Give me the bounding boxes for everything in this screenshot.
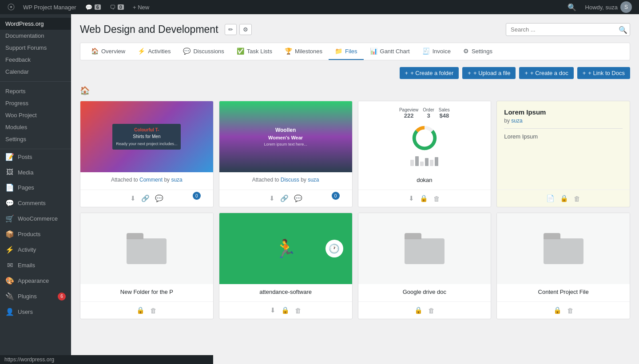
user-link-tshirt[interactable]: suza	[171, 177, 182, 183]
tab-milestones[interactable]: 🏆 Milestones	[278, 43, 329, 60]
tab-settings[interactable]: ⚙ Settings	[457, 43, 499, 60]
sidebar-item-posts[interactable]: 📝 Posts	[0, 149, 71, 165]
sidebar-item-progress[interactable]: Progress	[0, 97, 71, 109]
search-icon-button[interactable]: 🔍	[619, 25, 627, 34]
folder-graphic-content	[544, 233, 583, 264]
create-folder-icon: +	[405, 70, 409, 76]
sidebar-comments-label: Comments	[18, 200, 46, 206]
file-actions-content-project: 🔒 🗑	[497, 301, 630, 319]
lock-icon-lorem[interactable]: 🔒	[560, 194, 568, 202]
lock-icon-dokan[interactable]: 🔒	[420, 194, 428, 202]
download-icon-tshirt[interactable]: ⬇	[130, 194, 136, 202]
doc-by-lorem: by suza	[504, 118, 623, 124]
sidebar-item-settings[interactable]: Settings	[0, 133, 71, 145]
delete-icon-attendance[interactable]: 🗑	[295, 307, 302, 314]
sidebar-item-calendar[interactable]: Calendar	[0, 66, 71, 78]
media-icon: 🖼	[5, 168, 14, 176]
comment-link-tshirt[interactable]: Comment	[139, 177, 163, 183]
adminbar-site[interactable]: WP Project Manager	[19, 0, 81, 14]
project-settings-button[interactable]: ⚙	[239, 24, 252, 35]
user-link-women[interactable]: suza	[308, 177, 319, 183]
file-preview-dokan: Pageview 222 Order 3 Sales $48	[358, 101, 491, 172]
lock-icon-new-folder[interactable]: 🔒	[136, 306, 145, 314]
upload-file-icon: +	[468, 70, 471, 76]
task-lists-icon: ✅	[237, 47, 244, 55]
file-card-content-project: Content Project File 🔒 🗑	[496, 213, 630, 319]
download-icon-dokan[interactable]: ⬇	[409, 194, 414, 202]
tab-files[interactable]: 📁 Files	[329, 43, 363, 60]
tab-task-lists[interactable]: ✅ Task Lists	[230, 43, 278, 60]
sidebar-item-activity[interactable]: ⚡ Activity	[0, 242, 71, 257]
search-input[interactable]	[506, 23, 630, 36]
sidebar-products-label: Products	[18, 231, 40, 237]
delete-icon-google-drive[interactable]: 🗑	[428, 307, 435, 314]
thumb-tshirt: Colourful T- Shirts for Men Ready your n…	[80, 101, 213, 172]
adminbar-search-icon[interactable]: 🔍	[562, 3, 582, 12]
file-meta-tshirt: Attached to Comment by suza	[87, 177, 207, 183]
edit-project-button[interactable]: ✏	[225, 24, 237, 35]
invoice-icon: 🧾	[422, 47, 430, 55]
sidebar-item-emails[interactable]: ✉ Emails	[0, 257, 71, 273]
sidebar-item-modules[interactable]: Modules	[0, 121, 71, 133]
tab-invoice[interactable]: 🧾 Invoice	[416, 43, 457, 60]
doc-content-lorem: Lorem Ipsum by suza Lorem Ipsum	[497, 101, 630, 190]
link-icon-women[interactable]: 🔗	[280, 194, 289, 202]
file-card-body-content-project: Content Project File	[497, 284, 630, 301]
tab-activities[interactable]: ⚡ Activities	[131, 43, 177, 60]
sidebar-item-users[interactable]: 👤 Users	[0, 304, 71, 320]
sidebar-item-products[interactable]: 📦 Products	[0, 226, 71, 242]
create-doc-button[interactable]: + + Create a doc	[519, 67, 573, 79]
adminbar-messages[interactable]: 🗨 0	[105, 0, 128, 14]
file-name-new-folder: New Folder for the P	[87, 289, 207, 295]
tab-discussions[interactable]: 💬 Discussions	[177, 43, 230, 60]
sidebar-item-reports[interactable]: Reports	[0, 85, 71, 97]
nav-tabs: 🏠 Overview ⚡ Activities 💬 Discussions ✅ …	[80, 43, 630, 60]
create-folder-button[interactable]: + + Create a folder	[400, 67, 459, 79]
wp-logo[interactable]: ☉	[4, 2, 19, 12]
lock-icon-attendance[interactable]: 🔒	[281, 306, 290, 314]
attendance-illus: 🏃 🕐	[219, 213, 352, 284]
lock-icon-google-drive[interactable]: 🔒	[414, 306, 423, 314]
messages-count: 0	[118, 4, 124, 10]
adminbar-howdy[interactable]: Howdy, suza S	[582, 0, 635, 14]
download-icon-attendance[interactable]: ⬇	[270, 306, 276, 314]
sidebar-item-feedback[interactable]: Feedback	[0, 54, 71, 66]
discuss-link-women[interactable]: Discuss	[281, 177, 299, 183]
sidebar-item-wordpress-org[interactable]: WordPress.org	[0, 18, 71, 30]
sidebar-item-woocommerce[interactable]: 🛒 WooCommerce	[0, 211, 71, 226]
delete-icon-content-project[interactable]: 🗑	[567, 307, 574, 314]
adminbar-comments[interactable]: 💬 6	[81, 0, 105, 14]
sidebar-project-links: Reports Progress Woo Project Modules Set…	[0, 82, 71, 149]
sidebar-item-plugins[interactable]: 🔌 Plugins 6	[0, 289, 71, 304]
sidebar-item-support-forums[interactable]: Support Forums	[0, 42, 71, 54]
download-icon-women[interactable]: ⬇	[269, 194, 275, 202]
search-wrap: 🔍	[506, 23, 630, 36]
file-name-attendance: attendance-software	[226, 289, 346, 295]
link-to-docs-button[interactable]: + + Link to Docs	[577, 67, 630, 79]
breadcrumb-home-icon[interactable]: 🏠	[80, 86, 90, 95]
comment-icon-tshirt[interactable]: 💬	[155, 194, 163, 202]
tab-gantt-chart[interactable]: 📊 Gantt Chart	[364, 43, 416, 60]
delete-icon-new-folder[interactable]: 🗑	[150, 307, 157, 314]
sidebar-item-woo-project[interactable]: Woo Project	[0, 109, 71, 121]
delete-icon-dokan[interactable]: 🗑	[433, 195, 440, 202]
create-folder-label: + Create a folder	[410, 70, 453, 76]
sidebar-item-media[interactable]: 🖼 Media	[0, 165, 71, 180]
adminbar-new[interactable]: + New	[128, 0, 154, 14]
delete-icon-lorem[interactable]: 🗑	[574, 195, 580, 202]
sidebar-item-comments[interactable]: 💬 Comments	[0, 195, 71, 211]
sidebar-item-documentation[interactable]: Documentation	[0, 30, 71, 42]
doc-author-lorem: suza	[511, 118, 522, 124]
lock-icon-content-project[interactable]: 🔒	[553, 306, 562, 314]
doc-icon-lorem[interactable]: 📄	[546, 194, 555, 202]
sidebar-item-appearance[interactable]: 🎨 Appearance	[0, 273, 71, 289]
comment-icon-women[interactable]: 💬	[294, 194, 302, 202]
statusbar: https://wordpress.org	[0, 355, 213, 364]
clock-badge: 🕐	[325, 240, 343, 257]
tab-overview[interactable]: 🏠 Overview	[85, 43, 131, 60]
file-preview-attendance: 🏃 🕐	[219, 213, 352, 284]
adminbar-right: 🔍 Howdy, suza S	[562, 0, 635, 14]
sidebar-item-pages[interactable]: 📄 Pages	[0, 180, 71, 195]
link-icon-tshirt[interactable]: 🔗	[141, 194, 150, 202]
upload-file-button[interactable]: + + Upload a file	[462, 67, 516, 79]
